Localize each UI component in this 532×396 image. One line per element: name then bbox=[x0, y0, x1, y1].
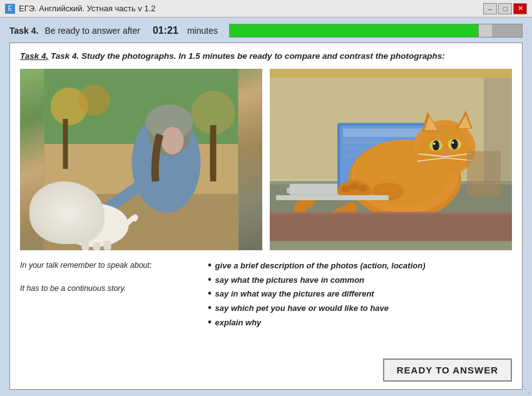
resize-handle[interactable] bbox=[522, 386, 529, 393]
svg-point-16 bbox=[68, 210, 71, 214]
left-text-line2: It has to be a continuous story. bbox=[20, 282, 195, 295]
photos-row bbox=[20, 69, 512, 250]
bullet-dot: • bbox=[208, 260, 212, 270]
window-content: Task 4. Be ready to answer after 01:21 m… bbox=[0, 18, 532, 396]
svg-rect-21 bbox=[104, 241, 111, 250]
svg-point-39 bbox=[417, 125, 471, 175]
list-item: •explain why bbox=[208, 316, 512, 330]
svg-rect-19 bbox=[82, 241, 90, 250]
minutes-label: minutes bbox=[187, 26, 218, 36]
list-item: •give a brief description of the photos … bbox=[208, 259, 512, 273]
photo-2 bbox=[270, 69, 512, 250]
close-button[interactable]: ✕ bbox=[513, 3, 527, 14]
svg-rect-3 bbox=[44, 194, 238, 250]
progress-bar bbox=[230, 24, 478, 37]
left-instructions: In your talk remember to speak about: It… bbox=[20, 259, 195, 352]
list-item: •say what the pictures have in common bbox=[208, 273, 512, 288]
window-title: ЕГЭ. Английский. Устная часть v 1.2 bbox=[19, 4, 156, 13]
svg-point-46 bbox=[432, 140, 439, 150]
progress-container bbox=[229, 24, 523, 38]
bullet-dot: • bbox=[208, 288, 212, 298]
instruction-text: Task 4. Task 4. Study the photographs. I… bbox=[20, 51, 512, 63]
photo-1 bbox=[20, 69, 262, 250]
content-box: Task 4. Task 4. Study the photographs. I… bbox=[9, 43, 523, 390]
bottom-section: In your talk remember to speak about: It… bbox=[20, 259, 512, 352]
svg-point-13 bbox=[60, 203, 129, 247]
svg-rect-8 bbox=[210, 125, 217, 181]
top-bar: Task 4. Be ready to answer after 01:21 m… bbox=[9, 24, 523, 38]
task-number-label: Task 4. bbox=[9, 26, 38, 36]
ready-to-answer-button[interactable]: READY TO ANSWER bbox=[383, 358, 512, 382]
ready-btn-row: READY TO ANSWER bbox=[20, 358, 512, 382]
progress-end bbox=[478, 24, 492, 37]
svg-point-15 bbox=[64, 206, 81, 221]
be-ready-text: Be ready to answer after bbox=[44, 26, 140, 36]
bullet-dot: • bbox=[208, 317, 212, 327]
svg-rect-62 bbox=[270, 213, 512, 241]
title-bar: E ЕГЭ. Английский. Устная часть v 1.2 – … bbox=[0, 0, 532, 18]
svg-point-18 bbox=[57, 207, 71, 225]
list-item: •say in what way the pictures are differ… bbox=[208, 287, 512, 302]
svg-point-14 bbox=[62, 205, 90, 227]
svg-point-57 bbox=[341, 185, 350, 192]
window-controls: – □ ✕ bbox=[483, 3, 527, 14]
svg-rect-61 bbox=[484, 78, 512, 182]
svg-point-17 bbox=[74, 210, 78, 214]
svg-point-5 bbox=[79, 84, 110, 116]
svg-rect-7 bbox=[63, 119, 68, 169]
svg-point-12 bbox=[161, 127, 184, 155]
list-item: •say which pet you have or would like to… bbox=[208, 302, 512, 316]
app-icon: E bbox=[5, 4, 15, 14]
svg-point-58 bbox=[350, 183, 359, 190]
left-text-line1: In your talk remember to speak about: bbox=[20, 259, 195, 272]
svg-point-48 bbox=[433, 143, 436, 145]
bullet-list: •give a brief description of the photos … bbox=[208, 259, 512, 352]
instruction-body: Task 4. Study the photographs. In 1.5 mi… bbox=[51, 51, 445, 61]
svg-point-49 bbox=[452, 141, 454, 144]
svg-point-50 bbox=[442, 153, 449, 158]
bullet-dot: • bbox=[208, 303, 212, 313]
title-bar-left: E ЕГЭ. Английский. Устная часть v 1.2 bbox=[5, 4, 156, 14]
timer-display: 01:21 bbox=[153, 25, 178, 36]
maximize-button[interactable]: □ bbox=[498, 3, 512, 14]
svg-point-47 bbox=[451, 139, 458, 149]
task-underline: Task 4. bbox=[20, 51, 48, 61]
svg-rect-20 bbox=[93, 243, 101, 250]
svg-rect-63 bbox=[270, 212, 512, 215]
svg-point-59 bbox=[358, 185, 367, 191]
svg-point-56 bbox=[372, 183, 404, 201]
minimize-button[interactable]: – bbox=[483, 3, 497, 14]
bullet-dot: • bbox=[208, 275, 212, 285]
